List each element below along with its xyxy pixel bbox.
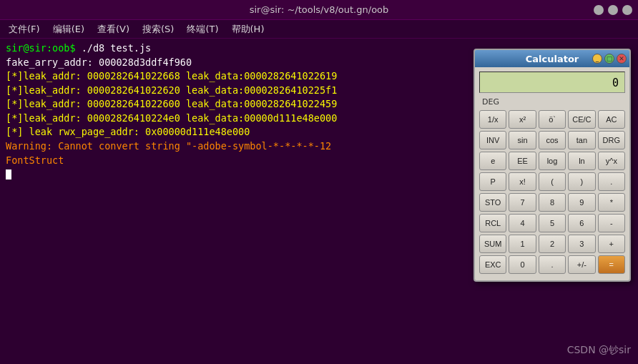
terminal-line-1: fake_arry_addr: 000028d3ddf4f960 (6, 56, 452, 70)
calc-btn-8[interactable]: 8 (539, 193, 566, 212)
calc-btn-inv-x[interactable]: 1/x (479, 110, 506, 129)
calc-btn-drg[interactable]: DRG (598, 131, 625, 149)
terminal-line-5: [*]leak_addr: 00002826410224e0 leak_data… (6, 112, 452, 126)
menu-bar: 文件(F) 编辑(E) 查看(V) 搜索(S) 终端(T) 帮助(H) (0, 20, 638, 39)
menu-search[interactable]: 搜索(S) (137, 21, 180, 37)
calc-btn-1[interactable]: 1 (509, 235, 536, 253)
calc-btn-sto[interactable]: STO (479, 193, 506, 212)
calc-btn-2[interactable]: 2 (539, 235, 566, 253)
terminal-command: ./d8 test.js (76, 42, 152, 54)
terminal-prompt-line: sir@sir:oob$ ./d8 test.js (6, 41, 452, 56)
calc-btn-close-paren[interactable]: ) (568, 172, 595, 191)
calc-title-controls: _ □ ✕ (592, 54, 627, 64)
menu-view[interactable]: 查看(V) (92, 21, 135, 37)
calc-btn-inv[interactable]: INV (479, 131, 506, 149)
calc-btn-sin[interactable]: sin (509, 131, 536, 149)
close-button[interactable] (622, 5, 632, 15)
calc-row-4: STO 7 8 9 * (479, 193, 625, 212)
calc-display: 0 (479, 72, 625, 93)
menu-terminal[interactable]: 终端(T) (181, 21, 224, 37)
title-bar-controls (594, 5, 632, 15)
calc-btn-dot[interactable]: . (539, 255, 566, 274)
terminal-line-8: FontStruct (6, 154, 452, 168)
calc-row-1: INV sin cos tan DRG (479, 131, 625, 149)
calc-body: 1/x x² ö` CE/C AC INV sin cos tan DRG e … (475, 109, 629, 280)
calc-btn-yx[interactable]: y^x (598, 152, 625, 170)
calc-btn-0[interactable]: 0 (509, 255, 536, 274)
calc-maximize-button[interactable]: □ (604, 54, 614, 64)
calc-btn-open-paren[interactable]: ( (539, 172, 566, 191)
calc-btn-ee[interactable]: EE (509, 152, 536, 170)
calc-btn-ln[interactable]: ln (568, 152, 595, 170)
maximize-button[interactable] (608, 5, 618, 15)
calc-row-0: 1/x x² ö` CE/C AC (479, 110, 625, 129)
watermark: CSDN @钞sir (567, 344, 631, 357)
terminal-prompt: sir@sir:oob$ (6, 42, 76, 54)
calc-row-5: RCL 4 5 6 - (479, 214, 625, 232)
calc-btn-dot-r3[interactable]: . (598, 172, 625, 191)
calc-btn-xfact[interactable]: x! (509, 172, 536, 191)
calc-btn-cos[interactable]: cos (539, 131, 566, 149)
calc-btn-multiply[interactable]: * (598, 193, 625, 212)
menu-help[interactable]: 帮助(H) (226, 21, 270, 37)
terminal-line-7: Warning: Cannot convert string "-adobe-s… (6, 139, 452, 154)
terminal-line-3: [*]leak_addr: 0000282641022620 leak_data… (6, 84, 452, 98)
calc-btn-negate[interactable]: +/- (568, 255, 595, 274)
calc-btn-3[interactable]: 3 (568, 235, 595, 253)
calc-btn-equals[interactable]: = (598, 255, 625, 274)
calc-btn-ac[interactable]: AC (598, 110, 625, 129)
calc-btn-5[interactable]: 5 (539, 214, 566, 232)
calc-btn-exc[interactable]: EXC (479, 255, 506, 274)
calc-close-button[interactable]: ✕ (617, 54, 627, 64)
terminal-line-4: [*]leak_addr: 0000282641022600 leak_data… (6, 97, 452, 112)
menu-edit[interactable]: 编辑(E) (47, 21, 90, 37)
title-bar-text: sir@sir: ~/tools/v8/out.gn/oob (250, 4, 389, 15)
calculator-window: Calculator _ □ ✕ 0 DEG 1/x x² ö` CE/C AC… (473, 49, 631, 282)
calc-row-6: SUM 1 2 3 + (479, 235, 625, 253)
calc-btn-tan[interactable]: tan (568, 131, 595, 149)
calc-minimize-button[interactable]: _ (592, 54, 602, 64)
calc-row-2: e EE log ln y^x (479, 152, 625, 170)
calc-title-bar: Calculator _ □ ✕ (475, 50, 629, 67)
title-bar: sir@sir: ~/tools/v8/out.gn/oob (0, 0, 638, 20)
calc-btn-rcl[interactable]: RCL (479, 214, 506, 232)
terminal-area[interactable]: sir@sir:oob$ ./d8 test.js fake_arry_addr… (0, 39, 458, 364)
calc-btn-ce-c[interactable]: CE/C (568, 110, 595, 129)
menu-file[interactable]: 文件(F) (3, 21, 46, 37)
terminal-cursor (6, 169, 11, 179)
terminal-line-6: [*] leak rwx_page_addr: 0x00000d111e48e0… (6, 125, 452, 139)
calc-btn-log[interactable]: log (539, 152, 566, 170)
minimize-button[interactable] (594, 5, 604, 15)
calc-title-text: Calculator (526, 54, 579, 64)
calc-btn-plus[interactable]: + (598, 235, 625, 253)
calc-btn-9[interactable]: 9 (568, 193, 595, 212)
calc-btn-7[interactable]: 7 (509, 193, 536, 212)
terminal-cursor-line (6, 167, 452, 182)
calc-row-3: P x! ( ) . (479, 172, 625, 191)
calc-btn-sum[interactable]: SUM (479, 235, 506, 253)
terminal-line-2: [*]leak_addr: 0000282641022668 leak_data… (6, 69, 452, 84)
calc-btn-6[interactable]: 6 (568, 214, 595, 232)
calc-row-7: EXC 0 . +/- = (479, 255, 625, 274)
calc-btn-e[interactable]: e (479, 152, 506, 170)
calc-btn-p[interactable]: P (479, 172, 506, 191)
calc-btn-minus[interactable]: - (598, 214, 625, 232)
calc-btn-4[interactable]: 4 (509, 214, 536, 232)
calc-mode-display: DEG (479, 96, 625, 107)
calc-btn-x2[interactable]: x² (509, 110, 536, 129)
calc-btn-sqrt[interactable]: ö` (539, 110, 566, 129)
